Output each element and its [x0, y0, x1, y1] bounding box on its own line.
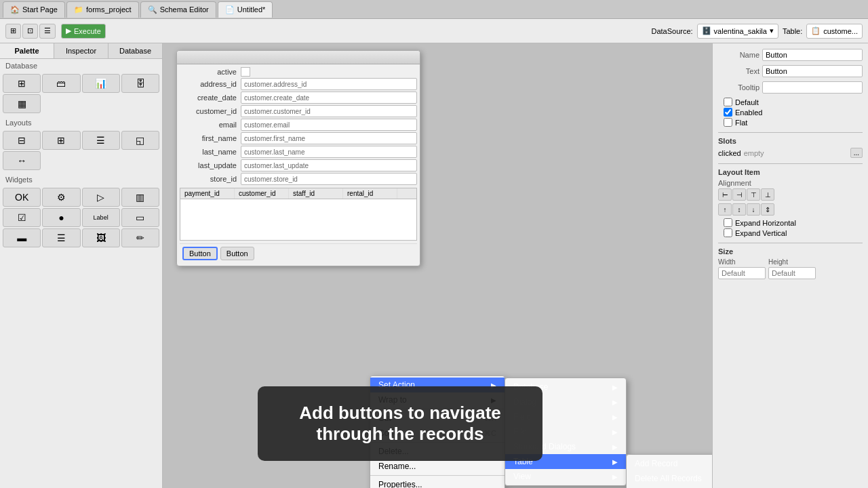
expand-h-input[interactable]	[724, 218, 732, 227]
palette-db-3[interactable]: 📊	[82, 74, 120, 93]
layout-5[interactable]: ↔	[3, 151, 41, 170]
widget-image[interactable]: 🖼	[82, 228, 120, 247]
database-section-label: Database	[0, 59, 162, 71]
submenu-arrow-field-icon: ▶	[612, 413, 618, 421]
palette-db-1[interactable]: ⊞	[3, 74, 41, 93]
table-menu-delete-all[interactable]: Delete All Records	[627, 471, 712, 486]
align-right-btn[interactable]: ⊤	[747, 188, 760, 201]
layout-4[interactable]: ◱	[121, 131, 159, 150]
palette-db-5[interactable]: ▦	[3, 94, 41, 113]
table-menu-add-record[interactable]: Add Record	[627, 456, 712, 471]
tab-palette[interactable]: Palette	[0, 43, 54, 58]
widget-list[interactable]: ☰	[42, 228, 80, 247]
size-row: Width Height	[718, 258, 863, 279]
align-fill-v-btn[interactable]: ⇕	[761, 203, 774, 216]
align-bottom-btn[interactable]: ↓	[747, 203, 760, 216]
toolbar-btn-3[interactable]: ☰	[39, 24, 56, 39]
name-label: Name	[718, 51, 760, 59]
checkbox-default-input[interactable]	[724, 98, 732, 106]
form-button-2[interactable]: Button	[220, 247, 254, 260]
form-row-email: email customer.email	[180, 119, 417, 131]
align-center-h-btn[interactable]: ⊣	[732, 188, 746, 201]
checkbox-expand-v: Expand Vertical	[718, 228, 863, 237]
table-select[interactable]: 📋 custome...	[806, 24, 863, 39]
db-icon: 🗄️	[702, 26, 711, 35]
menu-item-properties[interactable]: Properties...	[370, 477, 505, 488]
tab-forms-project[interactable]: 📁 forms_project	[66, 1, 139, 18]
tab-schema-editor[interactable]: 🔍 Schema Editor	[140, 1, 216, 18]
align-center-v-btn[interactable]: ↕	[732, 203, 746, 216]
field-input-last-update[interactable]: customer.last_update	[241, 159, 417, 171]
field-label-create-date: create_date	[180, 94, 241, 102]
dropdown-arrow-icon: ▾	[770, 26, 774, 35]
tab-untitled[interactable]: 📄 Untitled*	[218, 1, 273, 18]
tab-start-page[interactable]: 🏠 Start Page	[3, 1, 65, 18]
field-label-store-id: store_id	[180, 175, 241, 183]
widget-label[interactable]: Label	[82, 208, 120, 227]
submenu-item-view[interactable]: View ▶	[505, 469, 626, 484]
width-input[interactable]	[718, 267, 766, 279]
widget-check[interactable]: ☑	[3, 208, 41, 227]
widget-input[interactable]: ▭	[121, 208, 159, 227]
form-row-last-update: last_update customer.last_update	[180, 159, 417, 171]
widget-ok[interactable]: OK	[3, 188, 41, 207]
prop-row-text: Text	[718, 65, 863, 77]
palette-db-2[interactable]: 🗃	[42, 74, 80, 93]
widget-draw[interactable]: ✏	[121, 228, 159, 247]
form-button-1[interactable]: Button	[182, 247, 218, 260]
tab-database[interactable]: Database	[108, 43, 162, 58]
size-section: Size	[718, 243, 863, 256]
field-checkbox-active[interactable]	[241, 67, 250, 77]
slots-section: Slots	[718, 132, 863, 145]
field-input-address-id[interactable]: customer.address_id	[241, 78, 417, 90]
toolbar-btn-1[interactable]: ⊞	[5, 24, 21, 39]
widget-radio[interactable]: ●	[42, 208, 80, 227]
prop-row-tooltip: Tooltip	[718, 81, 863, 94]
text-input[interactable]	[762, 65, 863, 77]
checkbox-enabled-input[interactable]	[724, 108, 732, 117]
field-input-last-name[interactable]: customer.last_name	[241, 146, 417, 158]
field-input-store-id[interactable]: customer.store_id	[241, 173, 417, 185]
widget-split[interactable]: ▥	[121, 188, 159, 207]
tooltip-input[interactable]	[762, 81, 863, 94]
widget-gear[interactable]: ⚙	[42, 188, 80, 207]
field-label-address-id: address_id	[180, 80, 241, 88]
menu-item-rename[interactable]: Rename...	[370, 459, 505, 474]
folder-icon: 📁	[74, 5, 83, 14]
expand-v-input[interactable]	[724, 228, 732, 237]
database-palette: ⊞ 🗃 📊 🗄 ▦	[0, 71, 162, 116]
toolbar-view-group: ⊞ ⊡ ☰	[5, 24, 56, 39]
widget-input2[interactable]: ▬	[3, 228, 41, 247]
panel-tabs: Palette Inspector Database	[0, 43, 162, 59]
col-staff-id: staff_id	[289, 188, 343, 199]
align-group-2: ↑ ↕ ↓ ⇕	[718, 203, 863, 216]
field-input-create-date[interactable]: customer.create_date	[241, 92, 417, 104]
field-input-email[interactable]: customer.email	[241, 119, 417, 131]
widget-toggle[interactable]: ▷	[82, 188, 120, 207]
palette-db-4[interactable]: 🗄	[121, 74, 159, 93]
checkbox-flat-input[interactable]	[724, 118, 732, 127]
slots-edit-button[interactable]: ...	[850, 148, 863, 158]
align-fill-h-btn[interactable]: ⊥	[761, 188, 774, 201]
submenu-arrow-view-icon: ▶	[612, 473, 618, 481]
main-area: Palette Inspector Database Database ⊞ 🗃 …	[0, 43, 868, 488]
submenu-table: Add Record Delete All Records Delete Rec…	[626, 454, 712, 488]
align-top-btn[interactable]: ↑	[718, 203, 732, 216]
info-box: Add buttons to navigate through the reco…	[258, 386, 542, 461]
checkbox-enabled: Enabled	[718, 108, 863, 117]
layout-3[interactable]: ☰	[82, 131, 120, 150]
name-input[interactable]	[762, 49, 863, 61]
toolbar-btn-2[interactable]: ⊡	[22, 24, 38, 39]
layout-1[interactable]: ⊟	[3, 131, 41, 150]
datasource-select[interactable]: 🗄️ valentina_sakila ▾	[697, 24, 778, 39]
prop-row-name: Name	[718, 49, 863, 61]
height-input[interactable]	[768, 267, 816, 279]
layout-2[interactable]: ⊞	[42, 131, 80, 150]
execute-button[interactable]: ▶ Execute	[61, 24, 106, 39]
align-left-btn[interactable]: ⊢	[718, 188, 732, 201]
field-label-last-update: last_update	[180, 161, 241, 169]
tab-inspector[interactable]: Inspector	[54, 43, 108, 58]
field-input-first-name[interactable]: customer.first_name	[241, 132, 417, 144]
field-input-customer-id[interactable]: customer.customer_id	[241, 105, 417, 117]
submenu-arrow-database-icon: ▶	[612, 384, 618, 391]
